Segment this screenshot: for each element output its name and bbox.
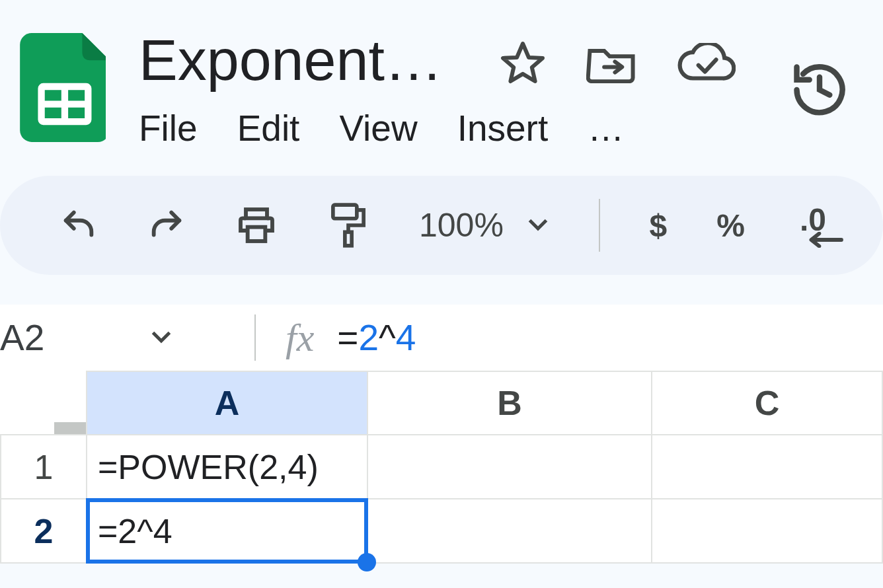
- menu-bar: File Edit View Insert …: [139, 107, 736, 149]
- cell-C2[interactable]: [652, 499, 882, 563]
- menu-view[interactable]: View: [339, 107, 417, 149]
- title-icons: [499, 40, 736, 87]
- spreadsheet-grid: A B C 1 =POWER(2,4) 2 =2^4: [0, 371, 883, 564]
- header: Exponent…: [0, 0, 883, 149]
- formula-num1: 2: [358, 317, 379, 358]
- cell-B2[interactable]: [367, 499, 652, 563]
- fx-icon[interactable]: fx: [286, 315, 314, 361]
- print-icon[interactable]: [235, 204, 278, 246]
- star-icon[interactable]: [499, 40, 547, 87]
- toolbar: 100% $ % .0: [0, 176, 883, 275]
- title-row: Exponent…: [139, 26, 736, 94]
- row-1: 1 =POWER(2,4): [1, 435, 882, 499]
- cell-B1[interactable]: [367, 435, 652, 499]
- chevron-down-icon: [527, 219, 549, 232]
- menu-edit[interactable]: Edit: [237, 107, 300, 149]
- zoom-dropdown[interactable]: 100%: [419, 206, 549, 244]
- format-percent[interactable]: %: [716, 207, 745, 244]
- svg-rect-4: [246, 209, 267, 218]
- svg-rect-5: [248, 227, 266, 241]
- formula-input[interactable]: =2^4: [337, 316, 416, 359]
- row-header-2[interactable]: 2: [1, 499, 87, 563]
- history-icon[interactable]: [789, 59, 850, 123]
- name-box[interactable]: A2: [0, 316, 225, 359]
- format-currency[interactable]: $: [650, 207, 668, 244]
- document-title[interactable]: Exponent…: [139, 26, 443, 94]
- svg-rect-7: [345, 232, 352, 246]
- column-header-A[interactable]: A: [87, 371, 367, 435]
- undo-icon[interactable]: [59, 206, 98, 244]
- move-icon[interactable]: [586, 44, 636, 83]
- zoom-value: 100%: [419, 206, 504, 244]
- formula-bar-divider: [254, 314, 256, 361]
- select-all-corner[interactable]: [1, 371, 87, 435]
- fill-handle[interactable]: [358, 553, 376, 571]
- title-block: Exponent…: [139, 26, 736, 149]
- redo-icon[interactable]: [147, 206, 186, 244]
- menu-more[interactable]: …: [588, 107, 628, 149]
- toolbar-divider: [599, 199, 600, 252]
- formula-caret: ^: [379, 317, 396, 358]
- svg-marker-3: [503, 44, 543, 81]
- paint-format-icon[interactable]: [327, 202, 369, 249]
- formula-bar: A2 fx =2^4: [0, 305, 883, 371]
- row-header-1[interactable]: 1: [1, 435, 87, 499]
- cell-A2[interactable]: =2^4: [87, 499, 367, 563]
- column-header-B[interactable]: B: [367, 371, 652, 435]
- column-header-C[interactable]: C: [652, 371, 882, 435]
- cell-A1[interactable]: =POWER(2,4): [87, 435, 367, 499]
- column-header-row: A B C: [1, 371, 882, 435]
- row-2: 2 =2^4: [1, 499, 882, 563]
- cell-C1[interactable]: [652, 435, 882, 499]
- chevron-down-icon: [150, 331, 173, 344]
- svg-rect-6: [333, 205, 357, 219]
- cloud-saved-icon[interactable]: [676, 43, 736, 84]
- formula-num2: 4: [396, 317, 416, 358]
- formula-equals: =: [337, 317, 358, 358]
- menu-file[interactable]: File: [139, 107, 198, 149]
- menu-insert[interactable]: Insert: [457, 107, 549, 149]
- formula-area: A2 fx =2^4 A B C: [0, 305, 883, 564]
- name-box-value: A2: [0, 316, 44, 359]
- sheets-logo-icon[interactable]: [20, 33, 106, 142]
- cell-A2-value: =2^4: [98, 512, 173, 550]
- decrease-decimal-icon[interactable]: .0: [794, 205, 837, 245]
